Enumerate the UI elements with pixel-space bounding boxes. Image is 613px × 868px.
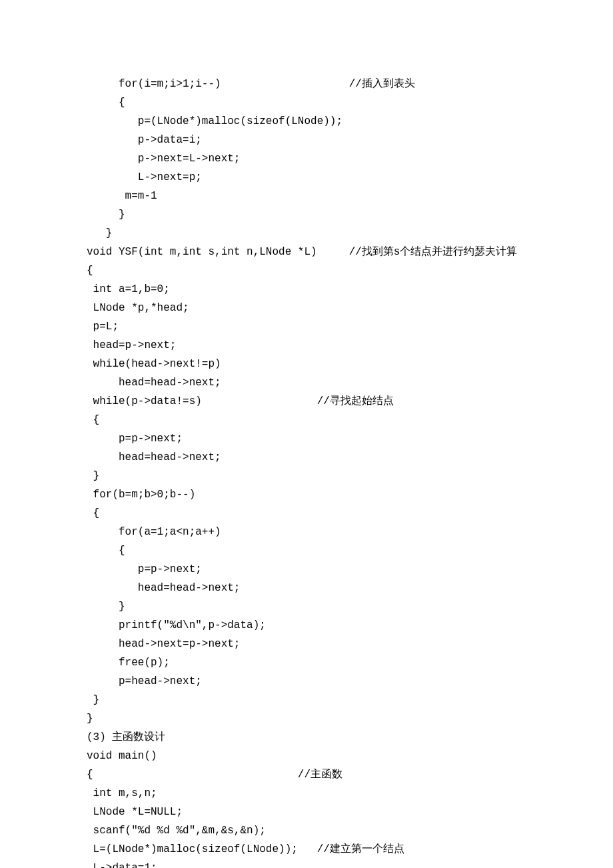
code-line: L->next=p;: [87, 168, 526, 187]
code-line: while(head->next!=p): [87, 355, 526, 373]
code-line: {: [87, 411, 526, 429]
code-line: head=head->next;: [87, 448, 526, 467]
code-line: L=(LNode*)malloc(sizeof(LNode)); //建立第一个…: [87, 840, 526, 859]
code-line: {: [87, 93, 526, 112]
code-line: head=p->next;: [87, 336, 526, 355]
code-line: void main(): [87, 747, 526, 765]
code-line: p=(LNode*)malloc(sizeof(LNode));: [87, 112, 526, 131]
code-line: m=m-1: [87, 187, 526, 205]
code-line: printf("%d\n",p->data);: [87, 616, 526, 635]
code-line: }: [87, 224, 526, 243]
code-line: p=L;: [87, 317, 526, 336]
code-line: scanf("%d %d %d",&m,&s,&n);: [87, 821, 526, 840]
code-line: p=p->next;: [87, 429, 526, 448]
code-line: int a=1,b=0;: [87, 280, 526, 299]
code-line: L->data=1;: [87, 859, 526, 868]
code-line: p=p->next;: [87, 560, 526, 579]
code-line: {: [87, 541, 526, 560]
code-line: { //主函数: [87, 765, 526, 784]
code-line: for(b=m;b>0;b--): [87, 485, 526, 504]
code-line: while(p->data!=s) //寻找起始结点: [87, 392, 526, 411]
code-line: p->data=i;: [87, 131, 526, 149]
code-line: int m,s,n;: [87, 784, 526, 803]
code-line: head=head->next;: [87, 579, 526, 597]
code-line: for(a=1;a<n;a++): [87, 523, 526, 541]
code-line: }: [87, 597, 526, 616]
code-line: LNode *L=NULL;: [87, 803, 526, 821]
code-line: }: [87, 205, 526, 224]
code-line: (3) 主函数设计: [87, 728, 526, 747]
code-line: void YSF(int m,int s,int n,LNode *L) //找…: [87, 243, 526, 261]
code-line: {: [87, 261, 526, 280]
code-line: }: [87, 709, 526, 728]
code-line: LNode *p,*head;: [87, 299, 526, 317]
code-line: }: [87, 467, 526, 485]
code-line: head->next=p->next;: [87, 635, 526, 653]
document-page: for(i=m;i>1;i--) //插入到表头 { p=(LNode*)mal…: [0, 0, 613, 868]
code-line: free(p);: [87, 653, 526, 672]
code-line: head=head->next;: [87, 373, 526, 392]
code-line: p=head->next;: [87, 672, 526, 691]
code-line: for(i=m;i>1;i--) //插入到表头: [87, 75, 526, 93]
code-line: }: [87, 691, 526, 709]
code-line: p->next=L->next;: [87, 149, 526, 168]
code-line: {: [87, 504, 526, 523]
